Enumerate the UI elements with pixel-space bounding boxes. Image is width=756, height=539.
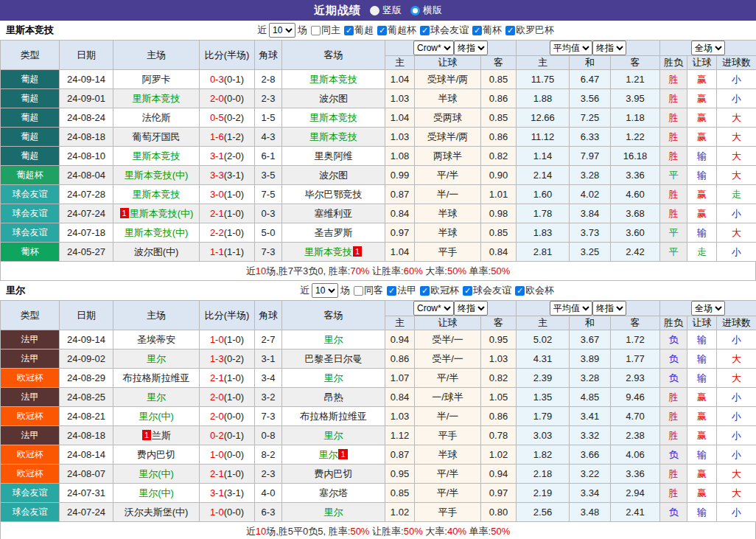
league-checkbox[interactable]: ✓ — [387, 286, 396, 296]
away-team[interactable]: 波尔图 — [282, 166, 385, 185]
home-team[interactable]: 法伦斯 — [113, 108, 200, 128]
away-team-name[interactable]: 塞尔塔 — [319, 487, 348, 498]
home-team-name[interactable]: 里斯本竞技 — [133, 93, 181, 104]
away-team[interactable]: 里斯本竞技 — [282, 128, 385, 147]
away-team-name[interactable]: 里尔 — [324, 334, 343, 345]
match-count-select[interactable]: 10 — [312, 283, 338, 298]
home-team-name[interactable]: 里斯本竞技 — [133, 150, 181, 161]
away-team-name[interactable]: 毕尔巴鄂竞技 — [305, 189, 363, 200]
away-team[interactable]: 里尔1 — [282, 445, 385, 465]
home-team[interactable]: 布拉格斯拉维亚 — [113, 369, 200, 388]
home-team-name[interactable]: 里尔(中) — [139, 487, 174, 498]
home-team[interactable]: 里斯本竞技 — [113, 147, 200, 166]
away-team-name[interactable]: 里尔 — [324, 430, 343, 441]
away-team-name[interactable]: 布拉格斯拉维亚 — [300, 411, 367, 422]
away-team[interactable]: 里尔 — [282, 369, 385, 388]
home-team-name[interactable]: 布拉格斯拉维亚 — [123, 372, 190, 383]
away-team[interactable]: 塞维利亚 — [282, 204, 385, 223]
away-team[interactable]: 波尔图 — [282, 89, 385, 108]
league-checkbox[interactable]: ✓ — [420, 286, 430, 296]
away-team-name[interactable]: 里斯本竞技 — [309, 74, 357, 85]
away-team[interactable]: 里尔 — [282, 503, 385, 522]
home-team[interactable]: 阿罗卡 — [113, 70, 200, 89]
avg-source-select[interactable]: 平均值 — [550, 301, 592, 316]
home-team[interactable]: 里斯本竞技 — [113, 185, 200, 204]
odds-stage-select[interactable]: 终指 — [454, 41, 488, 55]
home-team-name[interactable]: 里斯本竞技(中) — [130, 208, 194, 219]
same-venue-checkbox[interactable] — [311, 26, 321, 35]
away-team[interactable]: 布拉格斯拉维亚 — [282, 407, 385, 426]
league-checkbox[interactable]: ✓ — [377, 26, 387, 35]
away-team-name[interactable]: 里斯本竞技 — [309, 131, 357, 142]
odds-stage-select[interactable]: 终指 — [454, 301, 488, 316]
home-team-name[interactable]: 里尔(中) — [139, 468, 174, 479]
away-team-name[interactable]: 里斯本竞技 — [304, 246, 352, 257]
home-team-name[interactable]: 波尔图(中) — [134, 246, 179, 257]
bookmaker-select[interactable]: Crow* — [413, 41, 454, 55]
avg-source-select[interactable]: 平均值 — [550, 41, 592, 55]
home-team[interactable]: 圣埃蒂安 — [113, 330, 200, 350]
scope-select[interactable]: 全场 — [691, 41, 725, 55]
home-team[interactable]: 里斯本竞技(中) — [113, 166, 200, 185]
away-team[interactable]: 里尔 — [282, 330, 385, 350]
home-team[interactable]: 里尔(中) — [113, 465, 200, 484]
league-checkbox[interactable]: ✓ — [505, 26, 515, 35]
home-team-name[interactable]: 里斯本竞技(中) — [125, 170, 189, 181]
away-team[interactable]: 巴黎圣日尔曼 — [282, 350, 385, 369]
away-team[interactable]: 里斯本竞技1 — [282, 243, 385, 262]
away-team-name[interactable]: 里斯本竞技 — [309, 112, 357, 123]
home-team-name[interactable]: 里斯本竞技(中) — [125, 227, 189, 238]
league-checkbox[interactable]: ✓ — [344, 26, 354, 35]
home-team[interactable]: 1兰斯 — [113, 426, 200, 445]
home-team-name[interactable]: 阿罗卡 — [142, 74, 171, 85]
home-team[interactable]: 葡萄牙国民 — [113, 128, 200, 147]
home-team[interactable]: 里尔(中) — [113, 484, 200, 503]
home-team-name[interactable]: 费内巴切 — [137, 449, 175, 460]
bookmaker-select[interactable]: Crow* — [413, 301, 454, 316]
away-team-name[interactable]: 里尔 — [318, 449, 337, 460]
match-count-select[interactable]: 10 — [269, 23, 295, 38]
away-team-name[interactable]: 波尔图 — [319, 170, 348, 181]
away-team[interactable]: 里奥阿维 — [282, 147, 385, 166]
same-venue-checkbox[interactable] — [354, 286, 363, 296]
home-team-name[interactable]: 沃尔夫斯堡(中) — [125, 507, 189, 518]
scope-select[interactable]: 全场 — [691, 301, 725, 316]
away-team[interactable]: 里斯本竞技 — [282, 70, 385, 89]
away-team[interactable]: 毕尔巴鄂竞技 — [282, 185, 385, 204]
away-team-name[interactable]: 圣吉罗斯 — [315, 227, 353, 238]
home-team[interactable]: 里斯本竞技(中) — [113, 223, 200, 243]
away-team[interactable]: 塞尔塔 — [282, 484, 385, 503]
home-team[interactable]: 波尔图(中) — [113, 243, 200, 262]
away-team-name[interactable]: 里尔 — [324, 372, 343, 383]
away-team-name[interactable]: 波尔图 — [319, 93, 348, 104]
away-team[interactable]: 费内巴切 — [282, 465, 385, 484]
away-team-name[interactable]: 巴黎圣日尔曼 — [305, 353, 363, 364]
home-team[interactable]: 沃尔夫斯堡(中) — [113, 503, 200, 522]
view-radio-horizontal[interactable]: 横版 — [410, 4, 442, 17]
home-team[interactable]: 费内巴切 — [113, 445, 200, 465]
away-team[interactable]: 里尔 — [282, 426, 385, 445]
away-team-name[interactable]: 昂热 — [324, 392, 343, 403]
home-team[interactable]: 1里斯本竞技(中) — [113, 204, 200, 223]
radio-unselected-icon[interactable] — [410, 6, 420, 15]
avg-stage-select[interactable]: 终指 — [592, 41, 626, 55]
home-team-name[interactable]: 里斯本竞技 — [133, 189, 181, 200]
home-team-name[interactable]: 葡萄牙国民 — [133, 131, 181, 142]
home-team[interactable]: 里尔(中) — [113, 407, 200, 426]
home-team-name[interactable]: 里尔(中) — [139, 411, 174, 422]
away-team-name[interactable]: 费内巴切 — [315, 468, 353, 479]
home-team-name[interactable]: 法伦斯 — [142, 112, 171, 123]
home-team[interactable]: 里斯本竞技 — [113, 89, 200, 108]
away-team-name[interactable]: 里尔 — [324, 507, 343, 518]
league-checkbox[interactable]: ✓ — [463, 286, 472, 296]
home-team[interactable]: 里尔 — [113, 388, 200, 407]
home-team-name[interactable]: 圣埃蒂安 — [137, 334, 175, 345]
view-radio-vertical[interactable]: 竖版 — [370, 4, 402, 17]
away-team[interactable]: 里斯本竞技 — [282, 108, 385, 128]
away-team[interactable]: 昂热 — [282, 388, 385, 407]
away-team-name[interactable]: 里奥阿维 — [315, 150, 353, 161]
home-team-name[interactable]: 里尔 — [147, 353, 166, 364]
league-checkbox[interactable]: ✓ — [472, 26, 482, 35]
home-team-name[interactable]: 里尔 — [147, 392, 166, 403]
home-team[interactable]: 里尔 — [113, 350, 200, 369]
